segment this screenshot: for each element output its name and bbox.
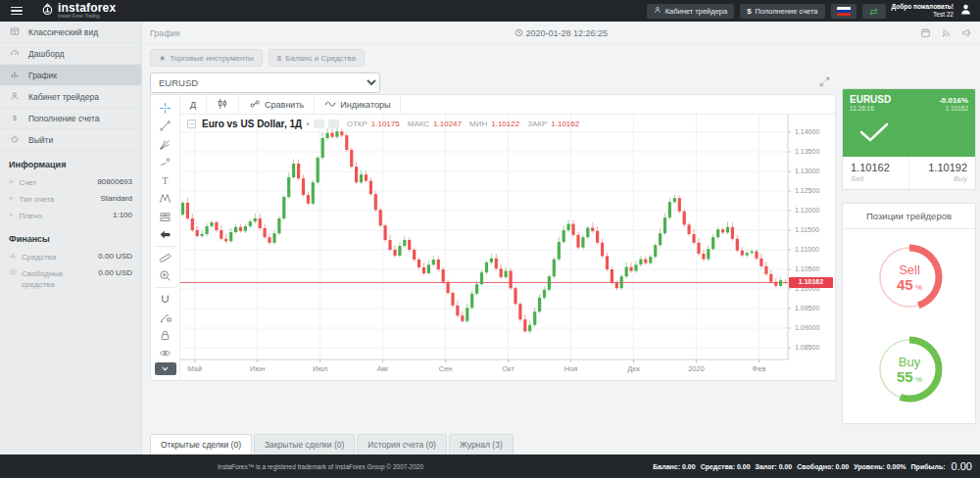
sell-positions-donut[interactable]: Sell45 % (869, 237, 950, 321)
svg-text:T: T (163, 175, 169, 186)
xabcd-pattern-tool[interactable] (155, 190, 176, 209)
buy-quote[interactable]: 1.10192 Buy (909, 157, 975, 189)
username: Test 22 (892, 11, 954, 19)
legend-collapse-icon[interactable]: − (187, 120, 196, 128)
symbol-select[interactable]: EURUSD (150, 72, 380, 93)
sidebar-item-label: Пополнение счета (28, 114, 99, 123)
tab-1[interactable]: Закрытые сделки (0) (254, 434, 355, 454)
chart-style-button[interactable] (207, 95, 239, 114)
megaphone-icon[interactable] (961, 24, 972, 42)
brush-tool[interactable] (155, 154, 176, 172)
balance-funds-button[interactable]: $ Баланс и Средства (269, 49, 365, 67)
rss-icon[interactable] (941, 24, 952, 42)
sidebar-item-label: Кабинет трейдера (28, 92, 99, 102)
svg-text:2020: 2020 (688, 364, 705, 373)
language-flag-button[interactable] (831, 4, 857, 19)
trading-instruments-button[interactable]: ★ Торговые инструменты (150, 49, 263, 67)
sidebar-item-dollar[interactable]: $Пополнение счета (0, 108, 141, 129)
sidebar-item-person[interactable]: Кабинет трейдера (0, 86, 141, 108)
lock-all-tool[interactable] (155, 326, 176, 345)
svg-text:1.09000: 1.09000 (795, 324, 819, 331)
svg-text:1.11000: 1.11000 (795, 246, 819, 253)
tab-3[interactable]: Журнал (3) (449, 434, 514, 454)
dollar-icon: $ (9, 113, 20, 124)
legend-title: Euro vs US Dollar, 1Д (202, 119, 302, 129)
finance-row: Средства0.00 USD (0, 249, 141, 265)
trend-line-tool[interactable] (155, 118, 176, 136)
forecast-tool[interactable] (155, 208, 176, 226)
candles-icon (217, 98, 228, 112)
crosshair-tool[interactable] (155, 99, 176, 118)
gann-fibonacci-tool[interactable] (155, 135, 176, 154)
dollar-icon: $ (747, 7, 751, 16)
footer: InstaForex™ is a registered trademark of… (0, 454, 980, 478)
sidebar-item-label: Классический вид (28, 27, 98, 37)
svg-text:Ноя: Ноя (564, 364, 578, 373)
interval-button[interactable]: Д (180, 95, 207, 114)
star-icon: ★ (159, 54, 166, 63)
dollar-icon: $ (277, 54, 281, 63)
svg-text:1.13500: 1.13500 (795, 148, 819, 155)
indicators-button[interactable]: Индикаторы (315, 95, 401, 114)
copyright: InstaForex™ is a registered trademark of… (218, 463, 423, 470)
instaforex-logo[interactable]: instaforex Instant Forex Trading (41, 2, 116, 20)
fullscreen-icon[interactable] (819, 73, 830, 91)
chart-legend: − Euro vs US Dollar, 1Д ▾ ОТКР1.10175 МА… (187, 119, 579, 129)
person-icon (9, 91, 20, 103)
low-value: 1.10122 (491, 120, 519, 128)
buy-positions-donut[interactable]: Buy55 % (869, 329, 950, 413)
sell-quote[interactable]: 1.10162 Sell (843, 157, 909, 189)
collapse-toolbar-button[interactable] (155, 362, 176, 375)
high-value: 1.10247 (433, 120, 462, 128)
top-header: instaforex Instant Forex Trading Кабинет… (0, 0, 980, 22)
cursor-arrow-tool[interactable] (155, 226, 176, 245)
chart-card: T Д Сравнить (150, 94, 836, 381)
svg-text:1.10500: 1.10500 (795, 265, 819, 272)
sidebar-item-chart-bars[interactable]: График (0, 65, 141, 86)
info-row: »Счет80800693 (0, 174, 141, 191)
magnet-tool[interactable] (155, 287, 176, 309)
sidebar-item-dashboard[interactable]: Дашборд (0, 43, 141, 65)
svg-text:1.13000: 1.13000 (795, 167, 819, 174)
sidebar-item-classic-view[interactable]: Классический вид (0, 22, 141, 43)
hamburger-menu-icon[interactable] (0, 0, 33, 22)
ruler-tool[interactable] (155, 246, 176, 267)
info-section-title: Информация (0, 151, 141, 174)
drawing-pencil-lock-tool[interactable] (155, 309, 176, 327)
svg-text:Май: Май (187, 364, 202, 373)
deposit-button[interactable]: $ Пополнение счета (740, 4, 824, 19)
chart-bars-icon (9, 70, 20, 81)
svg-text:1.08500: 1.08500 (795, 344, 819, 351)
zoom-in-tool[interactable] (155, 267, 176, 286)
svg-text:Дек: Дек (627, 364, 640, 373)
avatar-icon[interactable] (959, 2, 972, 20)
tab-0[interactable]: Открытые сделки (0) (150, 434, 252, 454)
traders-positions-card: Позиции трейдеров Sell45 %Buy55 % (842, 203, 976, 424)
chevrons-icon: » (9, 211, 13, 219)
sidebar-item-power[interactable]: Выйти (0, 129, 141, 151)
hide-drawings-tool[interactable] (155, 345, 176, 363)
legend-action-icon[interactable] (328, 120, 339, 128)
calendar-icon[interactable] (920, 24, 931, 42)
compare-button[interactable]: Сравнить (239, 95, 315, 114)
swap-accounts-icon[interactable]: ⇄ (862, 4, 886, 19)
quote-header: EURUSD -0.016% 11:26:16 1.10162 (843, 89, 975, 157)
svg-text:1.09500: 1.09500 (795, 305, 819, 311)
chevrons-icon: » (9, 194, 13, 203)
positions-title: Позиции трейдеров (843, 204, 975, 229)
trader-cabinet-button[interactable]: Кабинет трейдера (647, 4, 734, 19)
chart-toolbar: Д Сравнить Индикаторы (180, 95, 835, 115)
candlestick-chart[interactable]: − Euro vs US Dollar, 1Д ▾ ОТКР1.10175 МА… (180, 115, 835, 380)
sidebar: Классический видДашбордГрафикКабинет тре… (0, 22, 142, 454)
tab-2[interactable]: История счета (0) (357, 434, 447, 454)
info-row: »Тип счетаStandard (0, 191, 141, 208)
info-row: »Плечо1:100 (0, 208, 141, 224)
text-tool-tool[interactable]: T (155, 171, 176, 190)
svg-text:55 %: 55 % (896, 368, 921, 385)
chevron-down-icon[interactable]: ▾ (306, 120, 310, 128)
legend-action-icon[interactable] (314, 120, 324, 128)
welcome-text: Добро пожаловать! Test 22 (892, 3, 954, 19)
classic-view-icon (9, 26, 20, 38)
svg-text:1.11500: 1.11500 (795, 226, 819, 233)
sidebar-item-label: Выйти (28, 135, 53, 145)
